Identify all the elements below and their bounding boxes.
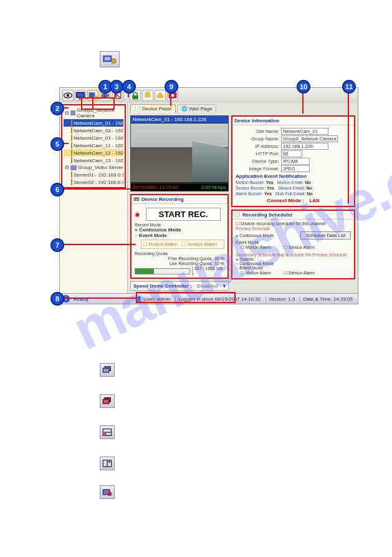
tree-node[interactable]: NetworkCam_12 - 192.168.0.244 [64,149,123,157]
device-info-icon [103,54,117,65]
tree-node[interactable]: NetworkCam_11 - 192.168.0.243 [64,142,123,149]
chk-secondary-motion[interactable]: Motion Alarm [241,271,271,276]
svg-point-30 [108,492,112,496]
icon-legend [100,363,115,516]
radio-event[interactable]: Event Mode [135,233,224,238]
radio-secondary-continuous[interactable]: Continuous Mode [236,261,351,266]
stack-icon[interactable] [100,363,115,377]
callout-2: 2 [50,102,64,115]
http-port-field: 80 [281,150,302,157]
content-tabs: 📄 Device Panel 🌐 Web Page [128,103,358,113]
device-recording-panel: 📼Device Recording ◉ START REC. Record Mo… [130,194,229,279]
device-tree: ⊟Group0_Network Camera NetworkCam_01 - 1… [61,104,126,188]
start-rec-button[interactable]: START REC. [146,208,221,221]
image-format-field: JPEG [281,165,310,172]
video-timestamp: 06/15/2007 14:29:42 [133,185,178,190]
grid-h-icon[interactable] [100,425,115,439]
video-bitrate: 2.07 M-bps [201,185,226,190]
svg-rect-1 [105,57,110,61]
chk-sensor-alarm[interactable]: Sensor Alarm [181,241,217,247]
video-preview[interactable]: NetworkCam_01 - 192.168.1.228 06/15/2007… [130,115,229,191]
toolbar-eye-icon[interactable] [62,90,74,101]
rec-status-icon: ◉ [135,211,140,218]
group-name-field: Group0_Network Camera [281,135,338,142]
callout-4: 4 [122,80,136,94]
toolbar-device-info-icon[interactable] [87,90,98,101]
schedule-data-list-button[interactable]: Schedule Data List [300,231,351,240]
site-name-field: NetworkCam_01 [281,128,328,135]
status-version: Version: 1.9 [265,296,297,302]
tab-web-page[interactable]: 🌐 Web Page [177,104,216,113]
device-type-field: IPCAM [281,158,310,165]
speed-dome-panel: Speed Dome Controller : Disabled ▾ [130,281,229,291]
record-mode-header: Record Mode [135,223,224,227]
callout-10: 10 [297,80,310,94]
chk-primary-sensor[interactable]: Sensor Alarm [284,245,315,250]
chk-secondary-sensor[interactable]: Sensor Alarm [284,271,315,276]
radio-primary-continuous[interactable]: Continuous Mode [236,233,274,238]
speed-dome-state: Disabled [197,283,218,289]
rec-stack-icon[interactable] [100,485,115,499]
quota-used: ( 367 / 1088 MB ) [192,266,224,275]
chk-disable-scheduler[interactable]: Disable recording scheduler for this cha… [236,221,351,226]
toolbar-monitor-icon[interactable] [75,90,86,101]
svg-rect-28 [108,461,110,463]
ip-field: 192.168.1.228 [281,143,328,150]
callout-3: 3 [110,80,123,94]
svg-rect-8 [89,92,95,97]
free-quota-val: 30 % [214,256,224,261]
svg-rect-6 [77,92,85,97]
chk-motion-alarm[interactable]: Motion Alarm [143,241,178,247]
recording-scheduler-panel: 🕒Recording Scheduler Disable recording s… [231,210,355,279]
status-user: User: admin [143,296,170,302]
tree-node[interactable]: NetworkCam_01 - 192.168.1.228 [64,119,123,127]
quota-bar [135,268,190,274]
clock-icon: 🕒 [234,212,241,218]
callout-7: 7 [50,238,64,252]
tree-node[interactable]: Server02 - 192.168.0.122 [64,178,123,186]
svg-point-18 [171,94,174,97]
tree-node[interactable]: NetworkCam_02 - 192.168.0.58 [64,127,123,134]
svg-point-9 [94,95,98,99]
tree-node[interactable]: NetworkCam_03 - 192.168.0.62 [64,134,123,142]
toolbar-cloud-icon[interactable] [155,90,166,101]
tree-group-cameras[interactable]: ⊟Group0_Network Camera [64,107,123,119]
svg-rect-14 [132,95,138,99]
expand-icon[interactable]: ▾ [223,283,226,289]
svg-rect-7 [79,99,82,100]
radio-secondary-event[interactable]: Event Mode [236,266,351,270]
svg-rect-20 [103,368,108,372]
app-window: ⊟Group0_Network Camera NetworkCam_01 - 1… [59,87,358,304]
callout-11: 11 [342,80,356,94]
callout-8: 8 [50,292,64,306]
status-logged-in: Logged in since 06/15/2007 14:10:32 [175,296,263,302]
grid-v-icon[interactable] [100,457,115,470]
stack-dark-icon[interactable] [100,394,115,408]
record-icon: 📼 [133,196,140,202]
tree-node[interactable]: Server01 - 192.168.0.102 [64,171,123,178]
radio-continuous[interactable]: Continuous Mode [135,227,224,233]
device-tree-pane: ⊟Group0_Network Camera NetworkCam_01 - 1… [60,103,128,293]
svg-rect-22 [103,399,108,404]
radio-secondary-disable[interactable]: Disable [236,257,351,261]
device-info-large-button[interactable] [100,51,120,67]
quota-header: Recording Quota [135,251,224,256]
toolbar-bell-icon[interactable] [142,90,153,101]
svg-rect-25 [104,433,107,435]
status-ready: Ready [74,296,88,302]
svg-point-16 [158,92,162,96]
video-frame [131,124,228,182]
callout-6: 6 [50,183,64,196]
use-quota-val: 10 % [214,261,224,266]
device-info-panel: Device Information Site Name:NetworkCam_… [231,115,355,207]
video-title: NetworkCam_01 - 192.168.1.228 [131,116,228,123]
svg-marker-11 [107,94,109,97]
tab-device-panel[interactable]: 📄 Device Panel [130,104,176,113]
tree-group-servers[interactable]: ⊟Group_Video Server [64,164,123,171]
svg-point-5 [67,94,70,97]
status-datetime: Date & Time: 14:29:05 [300,296,355,302]
tree-node[interactable]: NetworkCam_13 - 192.168.0.165 [64,157,123,164]
callout-5: 5 [50,137,64,151]
chk-primary-motion[interactable]: Motion Alarm [241,245,271,250]
callout-9: 9 [165,80,178,94]
